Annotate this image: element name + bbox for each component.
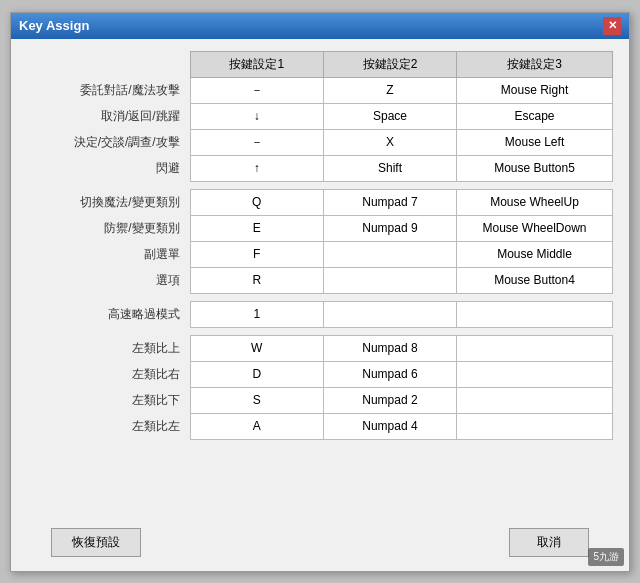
key-cell-3-3-2[interactable] — [457, 413, 613, 439]
table-row: 左類比下SNumpad 2 — [27, 387, 613, 413]
cancel-button[interactable]: 取消 — [509, 528, 589, 557]
header-col1: 按鍵設定1 — [190, 51, 323, 77]
key-cell-2-0-2[interactable] — [457, 301, 613, 327]
key-cell-1-0-0[interactable]: Q — [190, 189, 323, 215]
content-area: 按鍵設定1 按鍵設定2 按鍵設定3 委託對話/魔法攻擊－ZMouse Right… — [11, 39, 629, 518]
key-cell-3-1-2[interactable] — [457, 361, 613, 387]
key-cell-3-0-2[interactable] — [457, 335, 613, 361]
table-row: 閃避↑ShiftMouse Button5 — [27, 155, 613, 181]
table-row: 選項RMouse Button4 — [27, 267, 613, 293]
table-row: 副選單FMouse Middle — [27, 241, 613, 267]
row-label: 左類比上 — [27, 335, 190, 361]
key-cell-1-1-2[interactable]: Mouse WheelDown — [457, 215, 613, 241]
key-cell-0-3-2[interactable]: Mouse Button5 — [457, 155, 613, 181]
table-row: 委託對話/魔法攻擊－ZMouse Right — [27, 77, 613, 103]
table-row: 左類比左ANumpad 4 — [27, 413, 613, 439]
key-cell-3-3-1[interactable]: Numpad 4 — [323, 413, 456, 439]
row-label: 委託對話/魔法攻擊 — [27, 77, 190, 103]
header-col2: 按鍵設定2 — [323, 51, 456, 77]
row-label: 高速略過模式 — [27, 301, 190, 327]
key-cell-2-0-1[interactable] — [323, 301, 456, 327]
key-cell-0-0-0[interactable]: － — [190, 77, 323, 103]
key-cell-0-2-2[interactable]: Mouse Left — [457, 129, 613, 155]
key-assign-table: 按鍵設定1 按鍵設定2 按鍵設定3 委託對話/魔法攻擊－ZMouse Right… — [27, 51, 613, 440]
footer: 恢復預設 取消 — [11, 518, 629, 571]
row-label: 左類比下 — [27, 387, 190, 413]
key-cell-2-0-0[interactable]: 1 — [190, 301, 323, 327]
key-cell-0-3-1[interactable]: Shift — [323, 155, 456, 181]
key-cell-1-1-1[interactable]: Numpad 9 — [323, 215, 456, 241]
key-cell-0-1-1[interactable]: Space — [323, 103, 456, 129]
header-label — [27, 51, 190, 77]
key-cell-1-3-2[interactable]: Mouse Button4 — [457, 267, 613, 293]
key-cell-0-0-1[interactable]: Z — [323, 77, 456, 103]
key-cell-3-2-0[interactable]: S — [190, 387, 323, 413]
key-cell-1-0-2[interactable]: Mouse WheelUp — [457, 189, 613, 215]
row-label: 副選單 — [27, 241, 190, 267]
key-cell-3-0-1[interactable]: Numpad 8 — [323, 335, 456, 361]
key-cell-3-0-0[interactable]: W — [190, 335, 323, 361]
key-cell-1-2-2[interactable]: Mouse Middle — [457, 241, 613, 267]
key-cell-3-1-0[interactable]: D — [190, 361, 323, 387]
close-button[interactable]: ✕ — [603, 17, 621, 35]
key-cell-0-3-0[interactable]: ↑ — [190, 155, 323, 181]
row-label: 選項 — [27, 267, 190, 293]
watermark: 5九游 — [588, 548, 624, 566]
key-cell-0-0-2[interactable]: Mouse Right — [457, 77, 613, 103]
table-row: 防禦/變更類別ENumpad 9Mouse WheelDown — [27, 215, 613, 241]
key-cell-3-2-2[interactable] — [457, 387, 613, 413]
row-label: 防禦/變更類別 — [27, 215, 190, 241]
row-label: 切換魔法/變更類別 — [27, 189, 190, 215]
key-cell-0-2-1[interactable]: X — [323, 129, 456, 155]
table-row: 左類比上WNumpad 8 — [27, 335, 613, 361]
table-row: 切換魔法/變更類別QNumpad 7Mouse WheelUp — [27, 189, 613, 215]
key-cell-1-1-0[interactable]: E — [190, 215, 323, 241]
key-assign-window: Key Assign ✕ 按鍵設定1 按鍵設定2 按鍵設定3 委託對話/魔法攻擊… — [10, 12, 630, 572]
key-cell-1-2-0[interactable]: F — [190, 241, 323, 267]
key-table-container: 按鍵設定1 按鍵設定2 按鍵設定3 委託對話/魔法攻擊－ZMouse Right… — [27, 51, 613, 440]
row-label: 取消/返回/跳躍 — [27, 103, 190, 129]
table-row: 高速略過模式1 — [27, 301, 613, 327]
row-label: 左類比左 — [27, 413, 190, 439]
key-cell-3-1-1[interactable]: Numpad 6 — [323, 361, 456, 387]
key-cell-1-3-1[interactable] — [323, 267, 456, 293]
title-bar: Key Assign ✕ — [11, 13, 629, 39]
key-cell-1-2-1[interactable] — [323, 241, 456, 267]
key-cell-0-2-0[interactable]: － — [190, 129, 323, 155]
row-label: 左類比右 — [27, 361, 190, 387]
row-label: 閃避 — [27, 155, 190, 181]
key-cell-1-3-0[interactable]: R — [190, 267, 323, 293]
restore-defaults-button[interactable]: 恢復預設 — [51, 528, 141, 557]
key-cell-1-0-1[interactable]: Numpad 7 — [323, 189, 456, 215]
table-row: 取消/返回/跳躍↓SpaceEscape — [27, 103, 613, 129]
row-label: 決定/交談/調查/攻擊 — [27, 129, 190, 155]
key-cell-3-3-0[interactable]: A — [190, 413, 323, 439]
window-title: Key Assign — [19, 18, 89, 33]
key-cell-0-1-0[interactable]: ↓ — [190, 103, 323, 129]
table-row: 左類比右DNumpad 6 — [27, 361, 613, 387]
table-row: 決定/交談/調查/攻擊－XMouse Left — [27, 129, 613, 155]
key-cell-3-2-1[interactable]: Numpad 2 — [323, 387, 456, 413]
header-col3: 按鍵設定3 — [457, 51, 613, 77]
key-cell-0-1-2[interactable]: Escape — [457, 103, 613, 129]
